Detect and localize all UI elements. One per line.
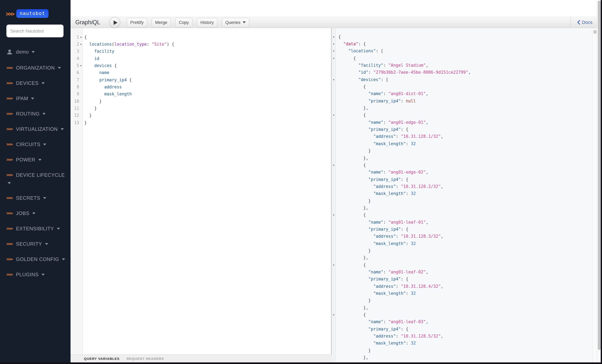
sidebar-item-security[interactable]: >>>SECURITY: [6, 240, 68, 248]
sidebar-item-golden-config[interactable]: >>>GOLDEN CONFIG: [6, 255, 68, 263]
code-text: }: [338, 198, 371, 203]
editor-line: 10 }: [71, 98, 331, 105]
result-line: "address": "10.31.128.2/32",: [332, 183, 592, 190]
fold-toggle-icon[interactable]: ▾: [332, 114, 336, 117]
merge-button[interactable]: Merge: [152, 18, 171, 27]
prettify-button[interactable]: Prettify: [127, 18, 147, 27]
screen-bottom-edge: [0, 362, 602, 364]
code-text: }: [84, 120, 87, 125]
code-text: }: [338, 248, 371, 253]
code-text: "name": "ang01-leaf-03",: [338, 320, 428, 324]
sidebar: >>> nautobot: [0, 0, 71, 364]
sidebar-item-ipam[interactable]: >>>IPAM: [6, 94, 68, 102]
result-line: "mask_length": 32: [332, 140, 592, 147]
fold-toggle-icon[interactable]: ▾: [332, 163, 336, 167]
code-text: },: [338, 156, 368, 160]
code-text: }: [338, 148, 371, 153]
chevron-down-icon: [45, 243, 48, 245]
chevron-left-icon: [577, 20, 580, 25]
graphiql-toolbar: GraphiQL PrettifyMergeCopyHistoryQueries…: [71, 17, 597, 28]
code-text: "mask_length": 32: [338, 191, 416, 196]
chevron-down-icon: [61, 128, 64, 130]
code-text: }: [338, 298, 371, 303]
fold-toggle-icon[interactable]: ▾: [332, 213, 336, 217]
result-scrollbar-track[interactable]: [592, 28, 597, 362]
copy-button[interactable]: Copy: [175, 18, 193, 27]
code-text: "primary_ip4": {: [338, 177, 408, 182]
docs-button[interactable]: Docs: [577, 17, 592, 28]
result-scrollbar-thumb[interactable]: [593, 30, 597, 34]
play-icon: [113, 20, 117, 25]
result-line: "name": "ang01-edge-01",: [332, 119, 592, 126]
line-number: 2: [71, 42, 79, 47]
code-text: },: [338, 255, 368, 260]
code-text: "name": "ang01-dist-01",: [338, 91, 428, 96]
nautobot-logo[interactable]: >>> nautobot: [6, 9, 48, 19]
result-viewer: ▾{▾ "data": {▾ "locations": [▾ { "facili…: [332, 28, 592, 362]
sidebar-item-devices[interactable]: >>>DEVICES: [6, 79, 68, 87]
line-number: 11: [71, 106, 79, 111]
sidebar-item-virtualization[interactable]: >>>VIRTUALIZATION: [6, 125, 68, 133]
fold-toggle-icon[interactable]: ▾: [332, 35, 336, 38]
sidebar-item-jobs[interactable]: >>>JOBS: [6, 209, 68, 217]
result-line: ▾ {: [332, 112, 592, 119]
chevron-down-icon: [43, 197, 46, 199]
history-button[interactable]: History: [197, 18, 217, 27]
code-text: }: [84, 99, 102, 104]
sidebar-item-organization[interactable]: >>>ORGANIZATION: [6, 64, 68, 72]
code-text: name: [84, 70, 109, 75]
tab-query-variables[interactable]: QUERY VARIABLES: [84, 357, 119, 361]
result-line: "primary_ip4": {: [332, 176, 592, 183]
result-line: ▾ "data": {: [332, 40, 592, 48]
fold-toggle-icon[interactable]: ▾: [79, 35, 83, 39]
editor-line: 12 }: [71, 112, 331, 119]
sidebar-item-routing[interactable]: >>>ROUTING: [6, 110, 68, 118]
code-text: {: [338, 262, 366, 267]
fold-toggle-icon[interactable]: ▾: [332, 263, 336, 267]
fold-toggle-icon[interactable]: ▾: [332, 78, 336, 81]
sidebar-item-plugins[interactable]: >>>PLUGINS: [6, 270, 68, 279]
sidebar-item-secrets[interactable]: >>>SECRETS: [6, 194, 68, 202]
fold-toggle-icon[interactable]: ▾: [332, 313, 336, 316]
line-number: 12: [71, 113, 79, 118]
code-text: "primary_ip4": {: [338, 327, 408, 332]
code-text: {: [338, 312, 366, 317]
sidebar-item-power[interactable]: >>>POWER: [6, 156, 68, 164]
menu-chevrons-icon: >>>: [6, 65, 16, 70]
line-number: 10: [71, 99, 79, 104]
logo-chevrons-icon: >>>: [6, 10, 14, 17]
sidebar-item-circuits[interactable]: >>>CIRCUITS: [6, 140, 68, 148]
fold-toggle-icon[interactable]: ▾: [79, 64, 83, 67]
queries-dropdown-button[interactable]: Queries: [222, 18, 249, 27]
user-menu[interactable]: demo: [6, 48, 68, 56]
result-line: "mask_length": 32: [332, 240, 592, 247]
sidebar-item-extensibility[interactable]: >>>EXTENSIBILITY: [6, 225, 68, 233]
editor-line: 1▾{: [71, 33, 331, 41]
execute-query-button[interactable]: [109, 17, 120, 28]
query-editor[interactable]: 1▾{2▾ locations(location_type: "Site") {…: [71, 28, 331, 354]
search-input[interactable]: [6, 25, 64, 37]
menu-chevrons-icon: >>>: [6, 241, 16, 246]
editor-line: 7 primary_ip4 {: [71, 76, 331, 83]
sidebar-item-label: SECRETS: [16, 195, 40, 201]
result-line: "address": "10.31.128.4/32",: [332, 283, 592, 290]
tab-request-headers[interactable]: REQUEST HEADERS: [127, 357, 164, 361]
result-line: {: [332, 361, 592, 362]
code-text: },: [338, 206, 368, 210]
menu-chevrons-icon: >>>: [6, 173, 16, 177]
code-text: "id": "279b30b2-7aee-45be-8086-9d151ce22…: [338, 70, 471, 75]
sidebar-item-device-lifecycle[interactable]: >>>DEVICE LIFECYCLE: [6, 171, 68, 187]
result-line: ▾ {: [332, 211, 592, 218]
fold-toggle-icon[interactable]: ▾: [79, 42, 83, 46]
page-scrollbar-thumb[interactable]: [598, 1, 601, 350]
fold-toggle-icon[interactable]: ▾: [332, 42, 336, 46]
result-line: ▾ "devices": [: [332, 76, 592, 83]
fold-toggle-icon[interactable]: ▾: [332, 56, 336, 60]
page-scrollbar-track[interactable]: [597, 0, 601, 362]
line-number: 8: [71, 84, 79, 89]
menu-chevrons-icon: >>>: [6, 96, 16, 101]
code-text: {: [338, 213, 366, 218]
code-text: primary_ip4 {: [84, 77, 132, 82]
fold-toggle-icon[interactable]: ▾: [332, 49, 336, 53]
result-line: ▾ {: [332, 261, 592, 269]
